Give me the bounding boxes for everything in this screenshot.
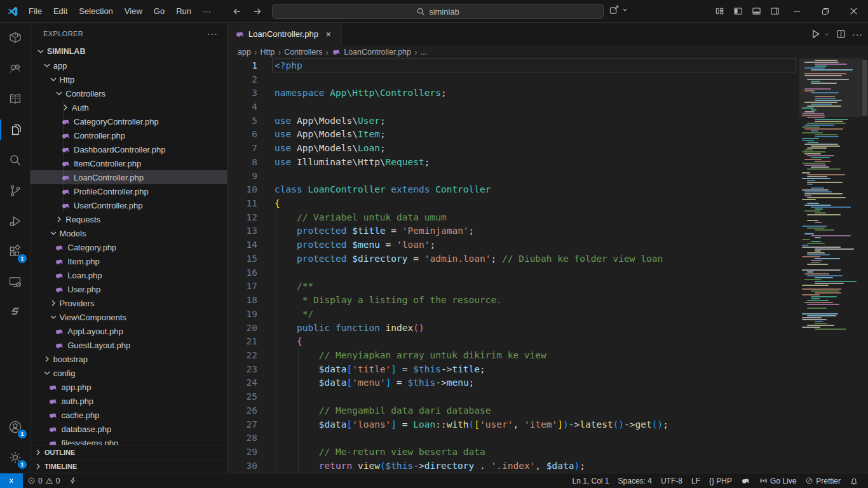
back-arrow-icon[interactable] <box>230 4 244 18</box>
chevron-down-icon[interactable] <box>824 31 830 37</box>
lightning-status-item[interactable] <box>64 474 81 488</box>
code-line-3[interactable]: 3namespace App\Http\Controllers; <box>227 86 799 100</box>
outline-section-header[interactable]: OUTLINE <box>31 445 227 459</box>
toggle-primary-sidebar-icon[interactable] <box>731 5 744 18</box>
code-line-18[interactable]: 18 * Display a listing of the resource. <box>227 293 799 307</box>
code-line-6[interactable]: 6use App\Models\Item; <box>227 128 799 142</box>
code-line-15[interactable]: 15 protected $directory = 'admin.loan'; … <box>227 252 799 266</box>
tree-file-applayout.php[interactable]: AppLayout.php <box>31 324 227 338</box>
tree-file-loancontroller.php[interactable]: LoanController.php <box>31 170 227 184</box>
scrollbar-thumb[interactable] <box>862 60 867 116</box>
activity-explorer-icon[interactable] <box>0 114 31 145</box>
tree-folder-view-components[interactable]: View\Components <box>31 310 227 324</box>
tree-file-database.php[interactable]: database.php <box>31 422 227 436</box>
breadcrumb-item[interactable]: app <box>238 48 251 57</box>
tree-folder-requests[interactable]: Requests <box>31 212 227 226</box>
code-line-30[interactable]: 30 return view($this->directory . '.inde… <box>227 459 799 473</box>
tree-file-cache.php[interactable]: cache.php <box>31 408 227 422</box>
code-line-7[interactable]: 7use App\Models\Loan; <box>227 141 799 155</box>
code-line-24[interactable]: 24 $data['menu'] = $this->menu; <box>227 376 799 390</box>
status-encoding[interactable]: UTF-8 <box>656 474 687 488</box>
minimize-button[interactable] <box>782 0 811 22</box>
views-and-more-actions-icon[interactable]: ··· <box>207 29 218 39</box>
code-line-25[interactable]: 25 <box>227 390 799 403</box>
activity-settings-gear-icon[interactable]: 1 <box>0 442 31 473</box>
minimap[interactable] <box>799 58 862 473</box>
breadcrumb-item[interactable]: LoanController.php <box>332 47 411 57</box>
activity-people-icon[interactable] <box>0 53 31 84</box>
toggle-secondary-sidebar-icon[interactable] <box>768 5 781 18</box>
activity-book-icon[interactable] <box>0 84 31 114</box>
code-line-27[interactable]: 27 $data['loans'] = Loan::with(['user', … <box>227 417 799 431</box>
tree-file-categorycontroller.php[interactable]: CategoryController.php <box>31 114 227 128</box>
code-line-17[interactable]: 17 /** <box>227 280 799 294</box>
tree-file-controller.php[interactable]: Controller.php <box>31 128 227 142</box>
more-actions-icon[interactable]: ··· <box>852 29 863 39</box>
activity-remote-explorer-icon[interactable] <box>0 267 31 297</box>
toggle-panel-icon[interactable] <box>750 5 763 18</box>
tree-file-guestlayout.php[interactable]: GuestLayout.php <box>31 338 227 352</box>
code-line-1[interactable]: 1<?php <box>227 58 799 72</box>
breadcrumb-item[interactable]: Controllers <box>284 48 322 57</box>
customize-layout-icon[interactable] <box>713 5 726 18</box>
code-line-9[interactable]: 9 <box>227 169 799 183</box>
activity-source-control-icon[interactable] <box>0 175 31 206</box>
tree-folder-siminlab[interactable]: SIMINLAB <box>31 44 227 58</box>
status-php-extension[interactable] <box>736 474 755 488</box>
split-editor-icon[interactable] <box>836 29 846 39</box>
status-cursor-position[interactable]: Ln 1, Col 1 <box>567 474 613 488</box>
tree-file-category.php[interactable]: Category.php <box>31 240 227 254</box>
tree-folder-models[interactable]: Models <box>31 226 227 240</box>
activity-account-icon[interactable]: 1 <box>0 412 31 442</box>
tree-file-user.php[interactable]: User.php <box>31 282 227 296</box>
activity-run-debug-icon[interactable] <box>0 206 31 236</box>
code-line-14[interactable]: 14 protected $menu = 'loan'; <box>227 238 799 252</box>
restore-button[interactable] <box>811 0 839 22</box>
activity-s-logo-icon[interactable] <box>0 297 31 328</box>
status-eol[interactable]: LF <box>687 474 705 488</box>
menu-run[interactable]: Run <box>170 4 197 18</box>
code-line-2[interactable]: 2 <box>227 72 799 86</box>
status-go-live[interactable]: Go Live <box>755 474 801 488</box>
code-line-12[interactable]: 12 // Variabel untuk data umum <box>227 210 799 224</box>
tree-file-filesystems.php[interactable]: filesystems.php <box>31 436 227 445</box>
breadcrumb-item[interactable]: ... <box>421 48 427 57</box>
code-line-11[interactable]: 11{ <box>227 196 799 210</box>
forward-arrow-icon[interactable] <box>250 4 264 18</box>
menu-[interactable]: ··· <box>197 4 217 18</box>
remote-indicator[interactable] <box>0 473 23 488</box>
tree-file-usercontroller.php[interactable]: UserController.php <box>31 198 227 212</box>
activity-container-icon[interactable] <box>0 23 31 53</box>
code-line-23[interactable]: 23 $data['title'] = $this->title; <box>227 362 799 376</box>
tree-folder-controllers[interactable]: Controllers <box>31 86 227 100</box>
breadcrumb-item[interactable]: Http <box>261 48 275 57</box>
code-line-8[interactable]: 8use Illuminate\Http\Request; <box>227 155 799 169</box>
code-line-21[interactable]: 21 { <box>227 334 799 348</box>
status-prettier[interactable]: Prettier <box>801 474 845 488</box>
tree-folder-auth[interactable]: Auth <box>31 100 227 114</box>
activity-search-icon[interactable] <box>0 145 31 175</box>
code-line-19[interactable]: 19 */ <box>227 307 799 321</box>
menu-go[interactable]: Go <box>148 4 170 18</box>
code-line-26[interactable]: 26 // Mengambil data dari database <box>227 403 799 417</box>
code-line-29[interactable]: 29 // Me-return view beserta data <box>227 445 799 459</box>
problems-indicator[interactable]: 0 0 <box>23 474 64 488</box>
status-indentation[interactable]: Spaces: 4 <box>614 474 656 488</box>
tree-file-itemcontroller.php[interactable]: ItemController.php <box>31 156 227 170</box>
tab-close-icon[interactable]: × <box>322 28 335 41</box>
tree-folder-bootstrap[interactable]: bootstrap <box>31 352 227 366</box>
code-line-5[interactable]: 5use App\Models\User; <box>227 114 799 128</box>
tree-file-loan.php[interactable]: Loan.php <box>31 268 227 282</box>
code-line-28[interactable]: 28 <box>227 431 799 445</box>
menu-view[interactable]: View <box>119 4 148 18</box>
status-notifications[interactable] <box>845 474 863 488</box>
tree-file-profilecontroller.php[interactable]: ProfileController.php <box>31 184 227 198</box>
search-input[interactable]: siminlab <box>272 4 604 19</box>
vertical-scrollbar[interactable] <box>862 58 868 473</box>
tab-loancontroller[interactable]: LoanController.php × <box>227 23 342 45</box>
timeline-section-header[interactable]: TIMELINE <box>31 459 227 473</box>
tree-folder-providers[interactable]: Providers <box>31 296 227 310</box>
tree-folder-config[interactable]: config <box>31 366 227 380</box>
tree-file-dashboardcontroller.php[interactable]: DashboardController.php <box>31 142 227 156</box>
tree-file-app.php[interactable]: app.php <box>31 380 227 394</box>
